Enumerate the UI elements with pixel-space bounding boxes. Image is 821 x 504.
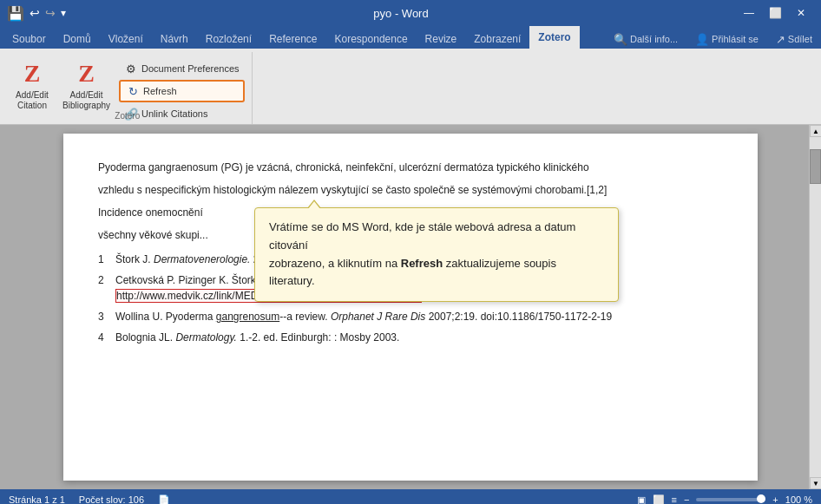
zoom-percent: 100 % xyxy=(785,494,812,504)
window-controls: — ⬜ ✕ xyxy=(736,0,814,26)
tab-revize[interactable]: Revize xyxy=(417,29,466,49)
add-edit-citation-icon: Z xyxy=(17,59,47,88)
ref-3-underline: gangrenosum xyxy=(216,311,279,323)
ref-1-num: 1 xyxy=(98,252,115,267)
reference-3: 3 Wollina U. Pyoderma gangrenosum--a rev… xyxy=(98,309,723,324)
document-preferences-icon: ⚙ xyxy=(124,62,138,75)
view-mode-icon-3[interactable]: ≡ xyxy=(672,494,677,504)
ribbon-group-label: Zotero xyxy=(3,111,252,121)
zoom-minus[interactable]: − xyxy=(684,494,689,504)
redo-icon[interactable]: ↪ xyxy=(45,6,56,20)
status-right: ▣ ⬜ ≡ − + 100 % xyxy=(637,494,813,505)
zoom-slider[interactable] xyxy=(696,498,765,501)
add-edit-bibliography-icon: Z xyxy=(72,59,102,88)
view-mode-icon-1[interactable]: ▣ xyxy=(637,494,646,505)
add-edit-bibliography-button[interactable]: Z Add/EditBibliography xyxy=(57,56,115,115)
word-count: Počet slov: 106 xyxy=(79,494,144,504)
tooltip-box: Vrátíme se do MS Word, kde je stále webo… xyxy=(254,207,619,302)
status-bar: Stránka 1 z 1 Počet slov: 106 📄 ▣ ⬜ ≡ − … xyxy=(0,489,821,504)
tab-zotero[interactable]: Zotero xyxy=(529,26,579,49)
word-icon: 💾 xyxy=(7,5,24,22)
document-preferences-button[interactable]: ⚙ Document Preferences xyxy=(119,59,245,78)
tab-zobrazeni[interactable]: Zobrazení xyxy=(465,29,529,49)
tab-korespondence[interactable]: Korespondence xyxy=(326,29,417,49)
refresh-button[interactable]: ↻ Refresh xyxy=(119,80,245,102)
scroll-up-arrow[interactable]: ▲ xyxy=(810,125,821,137)
reference-4: 4 Bolognia JL. Dermatology. 1.-2. ed. Ed… xyxy=(98,330,723,345)
tab-vlozeni[interactable]: Vložení xyxy=(100,29,152,49)
close-button[interactable]: ✕ xyxy=(788,0,814,26)
page-info: Stránka 1 z 1 xyxy=(9,494,65,504)
tab-navrh[interactable]: Návrh xyxy=(152,29,197,49)
tab-rozlozeni[interactable]: Rozložení xyxy=(197,29,260,49)
document-preferences-label: Document Preferences xyxy=(141,63,240,74)
document-paragraph-1: Pyoderma gangraenosum (PG) je vzácná, ch… xyxy=(98,160,723,175)
ref-3-italic: Orphanet J Rare Dis xyxy=(331,311,425,323)
tooltip-text-1: Vrátíme se do MS Word, kde je stále webo… xyxy=(269,220,575,287)
ref-2-num: 2 xyxy=(98,272,115,304)
title-bar-left: 💾 ↩ ↪ ▾ xyxy=(7,5,66,22)
add-edit-citation-label: Add/EditCitation xyxy=(16,90,49,111)
ref-4-text: Bolognia JL. Dermatology. 1.-2. ed. Edin… xyxy=(115,330,723,345)
tab-sdilet[interactable]: ↗Sdílet xyxy=(767,29,821,49)
undo-icon[interactable]: ↩ xyxy=(30,6,40,20)
document-paragraph-2: vzhledu s nespecifickým histologickým ná… xyxy=(98,182,723,198)
scroll-down-arrow[interactable]: ▼ xyxy=(810,477,821,489)
tab-prihlasit[interactable]: 👤Přihlásit se xyxy=(686,29,767,49)
tab-soubor[interactable]: Soubor xyxy=(3,29,55,49)
tab-domu[interactable]: Domů xyxy=(55,29,100,49)
zotero-ribbon-group: Z Add/EditCitation Z Add/EditBibliograph… xyxy=(3,52,253,124)
document-area: ▲ ▼ Pyoderma gangraenosum (PG) je vzácná… xyxy=(0,125,821,489)
ref-1-italic: Dermatovenerologie. xyxy=(154,253,250,265)
add-edit-bibliography-label: Add/EditBibliography xyxy=(62,90,110,111)
add-edit-citation-button[interactable]: Z Add/EditCitation xyxy=(10,56,54,115)
tab-reference[interactable]: Reference xyxy=(260,29,325,49)
ref-4-num: 4 xyxy=(98,330,115,345)
document-page: Pyoderma gangraenosum (PG) je vzácná, ch… xyxy=(63,134,758,481)
minimize-button[interactable]: — xyxy=(736,0,762,26)
ref-3-text: Wollina U. Pyoderma gangrenosum--a revie… xyxy=(115,309,723,324)
ribbon: Z Add/EditCitation Z Add/EditBibliograph… xyxy=(0,49,821,125)
refresh-label: Refresh xyxy=(143,86,177,96)
ref-3-num: 3 xyxy=(98,309,115,324)
window-title: pyo - Word xyxy=(66,7,736,20)
scroll-thumb[interactable] xyxy=(810,149,821,184)
title-bar: 💾 ↩ ↪ ▾ pyo - Word — ⬜ ✕ xyxy=(0,0,821,26)
tab-dalsi-info[interactable]: 🔍Další info... xyxy=(605,29,686,49)
vertical-scrollbar[interactable]: ▲ ▼ xyxy=(809,125,821,489)
zoom-plus[interactable]: + xyxy=(772,494,778,504)
ribbon-tab-bar: Soubor Domů Vložení Návrh Rozložení Refe… xyxy=(0,26,821,49)
restore-button[interactable]: ⬜ xyxy=(762,0,788,26)
page-view-icon: 📄 xyxy=(158,494,170,505)
view-mode-icon-2[interactable]: ⬜ xyxy=(653,494,665,505)
ref-4-italic: Dermatology. xyxy=(175,331,236,344)
tooltip-bold-refresh: Refresh xyxy=(401,257,443,270)
refresh-icon: ↻ xyxy=(126,84,140,98)
zoom-thumb xyxy=(757,494,765,503)
